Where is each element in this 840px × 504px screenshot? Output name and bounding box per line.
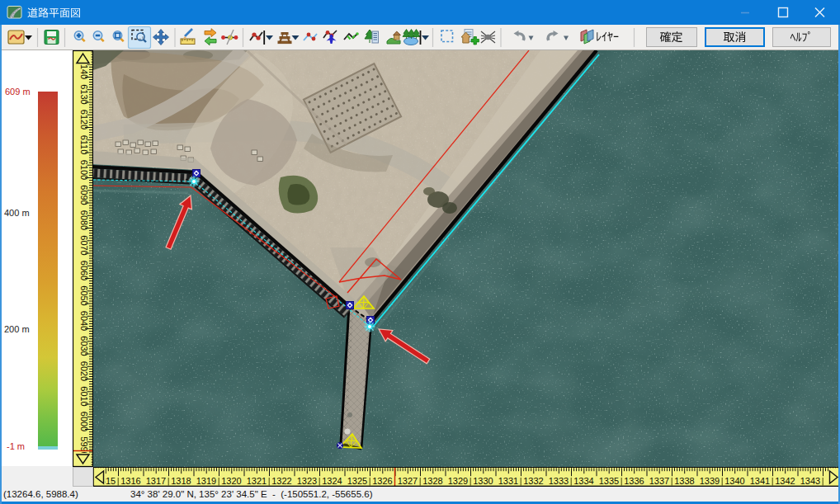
svg-text:1330: 1330 — [473, 476, 493, 486]
svg-text:6040: 6040 — [79, 311, 89, 331]
svg-text:6130: 6130 — [79, 84, 89, 104]
svg-text:1319: 1319 — [196, 476, 216, 486]
svg-text:1337: 1337 — [649, 476, 669, 486]
svg-text:1317: 1317 — [146, 476, 166, 486]
svg-text:1329: 1329 — [448, 476, 468, 486]
svg-text:1333: 1333 — [549, 476, 569, 486]
svg-text:6020: 6020 — [79, 361, 89, 381]
svg-text:6030: 6030 — [79, 336, 89, 356]
svg-text:1331: 1331 — [498, 476, 518, 486]
svg-text:6000: 6000 — [79, 412, 89, 431]
svg-text:1323: 1323 — [297, 476, 317, 486]
svg-text:6110: 6110 — [79, 135, 89, 155]
svg-text:6120: 6120 — [79, 110, 89, 130]
svg-text:1340: 1340 — [724, 476, 744, 486]
svg-text:1341: 1341 — [750, 476, 770, 486]
svg-text:6060: 6060 — [79, 261, 89, 280]
svg-text:6100: 6100 — [79, 160, 89, 180]
svg-text:1338: 1338 — [674, 476, 694, 486]
svg-text:6080: 6080 — [79, 210, 89, 230]
svg-text:1335: 1335 — [599, 476, 619, 486]
svg-text:1332: 1332 — [523, 476, 543, 486]
svg-text:1320: 1320 — [221, 476, 241, 486]
svg-text:1343: 1343 — [800, 476, 820, 486]
svg-text:1326: 1326 — [372, 476, 392, 486]
svg-text:6010: 6010 — [79, 386, 89, 406]
svg-text:1334: 1334 — [573, 476, 593, 486]
svg-text:6050: 6050 — [79, 285, 89, 305]
svg-text:1321: 1321 — [247, 476, 267, 486]
svg-text:1336: 1336 — [624, 476, 644, 486]
svg-text:1342: 1342 — [775, 476, 795, 486]
svg-text:6070: 6070 — [79, 235, 89, 255]
svg-text:1328: 1328 — [422, 476, 442, 486]
svg-text:1339: 1339 — [700, 476, 720, 486]
svg-text:1325: 1325 — [347, 476, 367, 486]
svg-text:1324: 1324 — [322, 476, 342, 486]
svg-text:1318: 1318 — [171, 476, 191, 486]
svg-text:1316: 1316 — [120, 476, 140, 486]
svg-text:1322: 1322 — [271, 476, 291, 486]
svg-text:1327: 1327 — [398, 476, 418, 486]
svg-text:6090: 6090 — [79, 185, 89, 205]
